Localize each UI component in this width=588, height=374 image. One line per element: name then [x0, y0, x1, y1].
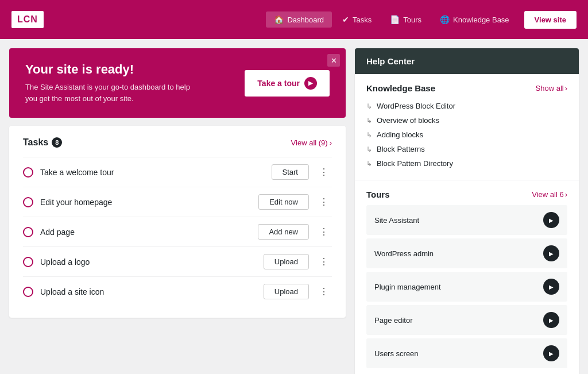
help-center: Help Center Knowledge Base Show all › ↳ …	[355, 48, 579, 374]
arrow-icon: ↳	[366, 117, 372, 125]
list-item[interactable]: ↳ Overview of blocks	[366, 113, 567, 128]
take-a-tour-button[interactable]: Take a tour ▶	[245, 70, 330, 97]
task-label: Upload a logo	[40, 257, 257, 267]
tasks-icon: ✔	[342, 15, 349, 24]
knowledge-base-section: Knowledge Base Show all › ↳ WordPress Bl…	[355, 74, 579, 180]
table-row: Upload a site icon Upload ⋮	[23, 276, 332, 306]
arrow-icon: ↳	[366, 102, 372, 110]
table-row: Add page Add new ⋮	[23, 217, 332, 246]
help-center-header: Help Center	[355, 48, 579, 74]
task-more-icon-2[interactable]: ⋮	[316, 195, 332, 209]
view-all-tours-link[interactable]: View all 6 ›	[532, 190, 567, 199]
header: LCN 🏠 Dashboard ✔ Tasks 📄 Tours 🌐 Knowle…	[0, 0, 588, 39]
task-upload-logo-button[interactable]: Upload	[264, 254, 309, 269]
task-label: Upload a site icon	[40, 287, 257, 296]
hero-title: Your site is ready!	[25, 62, 198, 77]
task-checkbox-5[interactable]	[23, 287, 33, 297]
tours-header: Tours View all 6 ›	[366, 190, 567, 199]
view-all-tasks-link[interactable]: View all (9) ›	[291, 138, 332, 147]
nav-dashboard[interactable]: 🏠 Dashboard	[266, 11, 332, 28]
task-checkbox-3[interactable]	[23, 227, 33, 237]
right-panel: Help Center Knowledge Base Show all › ↳ …	[355, 48, 579, 374]
play-tour-button-5[interactable]: ▶	[543, 345, 559, 361]
knowledge-base-header: Knowledge Base Show all ›	[366, 83, 567, 93]
task-add-new-button[interactable]: Add new	[258, 224, 309, 240]
hero-card: ✕ Your site is ready! The Site Assistant…	[9, 48, 346, 118]
view-site-button[interactable]: View site	[524, 11, 577, 29]
arrow-icon: ↳	[366, 145, 372, 153]
chevron-right-icon: ›	[565, 190, 567, 199]
list-item[interactable]: ↳ WordPress Block Editor	[366, 99, 567, 113]
nav-tasks[interactable]: ✔ Tasks	[334, 11, 380, 28]
tours-icon: 📄	[390, 15, 400, 24]
knowledge-base-icon: 🌐	[440, 15, 450, 24]
main-nav: 🏠 Dashboard ✔ Tasks 📄 Tours 🌐 Knowledge …	[266, 11, 577, 29]
task-more-icon-4[interactable]: ⋮	[316, 255, 332, 269]
play-tour-button-2[interactable]: ▶	[543, 245, 559, 261]
task-more-icon-1[interactable]: ⋮	[316, 165, 332, 179]
hero-text: Your site is ready! The Site Assistant i…	[25, 62, 198, 104]
logo: LCN	[11, 11, 44, 28]
chevron-right-icon: ›	[565, 84, 567, 92]
left-panel: ✕ Your site is ready! The Site Assistant…	[9, 48, 346, 374]
task-label: Add page	[40, 228, 251, 237]
tasks-header: Tasks 8 View all (9) ›	[23, 137, 332, 148]
list-item[interactable]: ↳ Block Pattern Directory	[366, 156, 567, 171]
knowledge-base-title: Knowledge Base	[366, 83, 435, 93]
list-item[interactable]: Plugin management ▶	[366, 272, 567, 302]
play-icon: ▶	[304, 77, 317, 90]
list-item[interactable]: ↳ Block Patterns	[366, 142, 567, 156]
task-more-icon-5[interactable]: ⋮	[316, 285, 332, 299]
list-item[interactable]: Site Assistant ▶	[366, 205, 567, 235]
list-item[interactable]: Page editor ▶	[366, 305, 567, 335]
dashboard-icon: 🏠	[274, 15, 284, 24]
play-tour-button-3[interactable]: ▶	[543, 279, 559, 295]
arrow-icon: ↳	[366, 131, 372, 139]
task-checkbox-4[interactable]	[23, 257, 33, 267]
tours-title: Tours	[366, 190, 390, 199]
nav-tours[interactable]: 📄 Tours	[382, 11, 430, 28]
list-item[interactable]: Users screen ▶	[366, 338, 567, 368]
tours-section: Tours View all 6 › Site Assistant ▶ Word…	[355, 180, 579, 374]
list-item[interactable]: WordPress admin ▶	[366, 238, 567, 268]
main-content: ✕ Your site is ready! The Site Assistant…	[0, 39, 588, 374]
tasks-title: Tasks 8	[23, 137, 62, 148]
arrow-icon: ↳	[366, 160, 372, 168]
chevron-right-icon: ›	[330, 138, 332, 147]
table-row: Take a welcome tour Start ⋮	[23, 157, 332, 187]
task-label: Edit your homepage	[40, 198, 252, 207]
nav-knowledge-base[interactable]: 🌐 Knowledge Base	[432, 11, 517, 28]
task-upload-icon-button[interactable]: Upload	[264, 284, 309, 299]
task-label: Take a welcome tour	[40, 168, 265, 177]
task-edit-now-button[interactable]: Edit now	[258, 194, 309, 210]
task-checkbox-1[interactable]	[23, 167, 33, 178]
play-tour-button-4[interactable]: ▶	[543, 312, 559, 328]
task-start-button[interactable]: Start	[272, 164, 309, 180]
table-row: Upload a logo Upload ⋮	[23, 246, 332, 276]
play-tour-button-1[interactable]: ▶	[543, 212, 559, 228]
task-more-icon-3[interactable]: ⋮	[316, 225, 332, 239]
task-count-badge: 8	[52, 137, 62, 148]
task-checkbox-2[interactable]	[23, 197, 33, 207]
hero-subtitle: The Site Assistant is your go-to dashboa…	[25, 82, 198, 104]
tasks-card: Tasks 8 View all (9) › Take a welcome to…	[9, 126, 346, 318]
hero-close-button[interactable]: ✕	[327, 54, 340, 67]
list-item[interactable]: ↳ Adding blocks	[366, 128, 567, 142]
table-row: Edit your homepage Edit now ⋮	[23, 187, 332, 217]
show-all-kb-link[interactable]: Show all ›	[536, 84, 567, 92]
